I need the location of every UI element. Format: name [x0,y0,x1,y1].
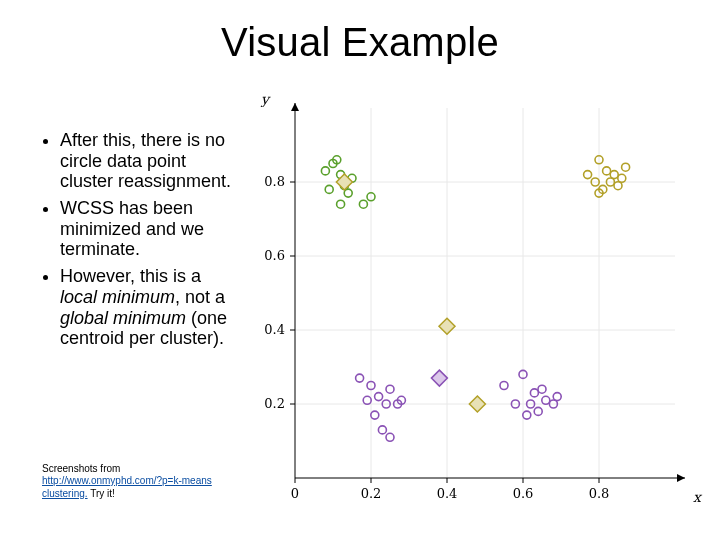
axis-arrows [291,103,685,482]
data-point [500,382,508,390]
y-tick: 0.6 [264,248,285,263]
bullet-em: global minimum [60,308,186,328]
data-point [584,171,592,179]
data-point [378,426,386,434]
centroid-diamond-icon [469,396,485,412]
credit-pre: Screenshots from [42,463,120,474]
svg-marker-11 [291,103,299,111]
data-point [359,200,367,208]
data-point [603,167,611,175]
centroid-diamond-icon [336,174,352,190]
bullet-text: WCSS has been minimized and we terminate… [60,198,204,259]
bullet-item: However, this is a local minimum, not a … [60,266,232,349]
data-point [523,411,531,419]
y-tick: 0.2 [264,396,285,411]
y-axis-label: y [260,91,271,108]
data-point [344,189,352,197]
data-point [325,185,333,193]
data-point [375,393,383,401]
y-tick: 0.8 [264,174,285,189]
chart-svg: 0 0.2 0.4 0.6 0.8 0.2 0.4 0.6 0.8 x y [245,88,705,518]
axes [295,103,685,478]
bullet-item: After this, there is no circle data poin… [60,130,232,192]
bullet-text: , not a [175,287,225,307]
svg-marker-10 [677,474,685,482]
bullet-list: After this, there is no circle data poin… [42,130,232,355]
y-tick: 0.4 [264,322,285,337]
data-point [614,182,622,190]
x-tick: 0.8 [589,486,610,501]
x-tick: 0.4 [437,486,458,501]
data-point [538,385,546,393]
data-point [534,407,542,415]
data-point [542,396,550,404]
page-title: Visual Example [0,20,720,65]
scatter-chart: 0 0.2 0.4 0.6 0.8 0.2 0.4 0.6 0.8 x y [245,88,705,518]
credit-text: Screenshots from http://www.onmyphd.com/… [42,463,242,501]
gridlines [295,108,675,478]
data-point [337,200,345,208]
bullet-item: WCSS has been minimized and we terminate… [60,198,232,260]
x-tick: 0.6 [513,486,534,501]
bullet-text: After this, there is no circle data poin… [60,130,231,191]
data-point [622,163,630,171]
data-point [363,396,371,404]
data-point [530,389,538,397]
bullet-text: However, this is a [60,266,201,286]
bullet-em: local minimum [60,287,175,307]
centroids-layer [336,174,485,412]
data-point [386,385,394,393]
slide: Visual Example After this, there is no c… [0,0,720,540]
x-tick: 0.2 [361,486,382,501]
data-point [371,411,379,419]
x-tick-labels: 0 0.2 0.4 0.6 0.8 [291,486,609,501]
x-axis-label: x [693,489,703,505]
credit-link[interactable]: http://www.onmyphd.com/?p=k-means cluste… [42,475,212,499]
centroid-diamond-icon [431,370,447,386]
credit-post: Try it! [88,488,115,499]
x-tick: 0 [291,486,299,501]
centroid-diamond-icon [439,318,455,334]
data-point [321,167,329,175]
data-point [386,433,394,441]
data-point [356,374,364,382]
y-tick-labels: 0.2 0.4 0.6 0.8 [264,174,285,411]
